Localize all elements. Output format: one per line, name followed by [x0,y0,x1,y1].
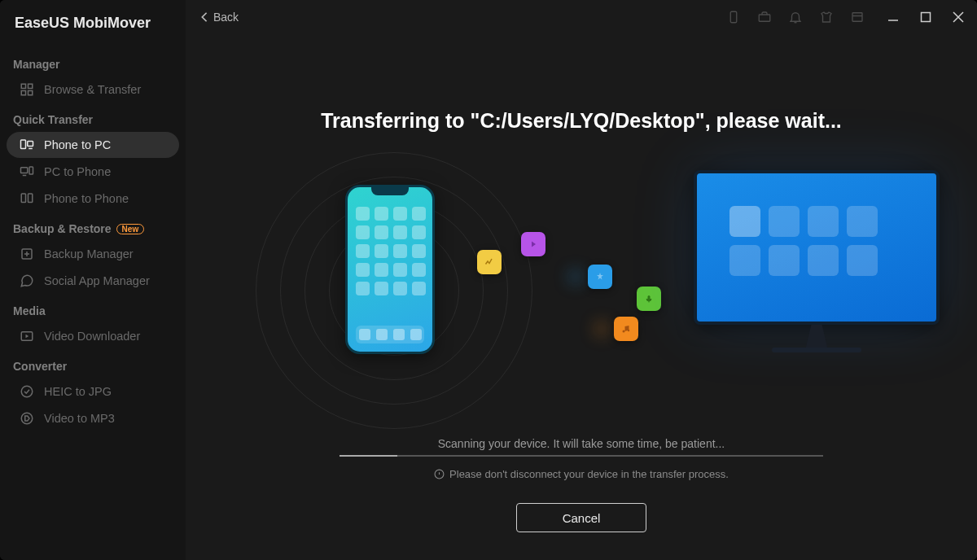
svg-rect-4 [21,140,26,149]
section-backup-restore-row: Backup & Restore New [0,212,186,240]
sidebar-item-pc-to-phone[interactable]: PC to Phone [7,159,179,185]
sidebar-item-label: Phone to Phone [44,192,129,205]
progress-bar [340,455,823,457]
svg-rect-9 [28,194,33,203]
svg-point-19 [628,330,630,332]
sidebar-item-label: Social App Manager [44,274,150,287]
transfer-icon-appstore [588,265,612,289]
warning-row: Please don't disconnect your device in t… [340,468,823,480]
sidebar-item-label: Backup Manager [44,247,134,260]
app-title: EaseUS MobiMover [0,0,186,48]
content: Transferring to "C:/Users/LYQ/Desktop", … [186,34,977,560]
svg-rect-1 [28,84,33,88]
transfer-icon-music [614,317,638,341]
titlebar-icons [726,10,865,24]
sidebar-item-label: Phone to PC [44,138,111,151]
sidebar-item-social-app-manager[interactable]: Social App Manager [7,268,179,294]
backup-icon [20,247,34,261]
transfer-icon-mic [637,287,661,311]
new-badge: New [116,224,145,234]
sidebar-item-phone-to-pc[interactable]: Phone to PC [7,132,179,158]
titlebar: Back [186,0,977,34]
section-manager: Manager [0,48,186,76]
close-button[interactable] [949,8,967,26]
sidebar-item-label: HEIC to JPG [44,385,112,398]
device-icon[interactable] [726,10,741,24]
sidebar-item-video-to-mp3[interactable]: Video to MP3 [7,405,179,431]
phone-to-phone-icon [20,191,34,206]
grid-icon [20,82,34,97]
chat-icon [20,273,34,288]
audio-convert-icon [20,411,34,426]
back-button[interactable]: Back [200,11,239,24]
svg-rect-3 [28,91,33,95]
scan-status-text: Scanning your device. It will take some … [340,437,823,450]
image-convert-icon [20,384,34,399]
sidebar-item-phone-to-phone[interactable]: Phone to Phone [7,186,179,212]
main-panel: Back Transferring to "C:/Users/LYQ/Deskt… [186,0,977,560]
transfer-illustration [296,160,866,388]
svg-rect-15 [759,15,770,21]
warning-text: Please don't disconnect your device in t… [449,468,729,480]
sidebar-item-video-downloader[interactable]: Video Downloader [7,323,179,349]
svg-point-13 [21,413,33,424]
svg-rect-6 [21,168,28,173]
info-icon [434,469,445,479]
transfer-icon-play [521,232,545,256]
toolbox-icon[interactable] [757,10,772,24]
svg-rect-7 [29,167,33,174]
shirt-icon[interactable] [819,10,834,24]
menu-icon[interactable] [850,10,865,24]
svg-rect-16 [852,13,862,22]
sidebar-item-label: Browse & Transfer [44,83,141,96]
transfer-heading: Transferring to "C:/Users/LYQ/Desktop", … [321,109,842,133]
sidebar: EaseUS MobiMover Manager Browse & Transf… [0,0,186,560]
cancel-button[interactable]: Cancel [516,503,646,532]
chevron-left-icon [200,11,208,23]
sidebar-item-backup-manager[interactable]: Backup Manager [7,241,179,267]
sidebar-item-heic-to-jpg[interactable]: HEIC to JPG [7,378,179,405]
pc-to-phone-icon [20,164,34,179]
svg-rect-17 [922,13,931,22]
section-converter: Converter [0,350,186,378]
video-download-icon [20,329,34,343]
sidebar-item-browse-transfer[interactable]: Browse & Transfer [7,77,179,103]
monitor-illustration [694,170,940,352]
section-media: Media [0,295,186,322]
transfer-icon-chart [477,250,502,274]
app-window: EaseUS MobiMover Manager Browse & Transf… [0,0,977,560]
bell-icon[interactable] [788,10,803,24]
sidebar-item-label: Video to MP3 [44,412,115,425]
sidebar-item-label: Video Downloader [44,330,140,343]
maximize-button[interactable] [917,8,935,26]
phone-to-pc-icon [20,138,34,152]
svg-rect-8 [21,194,25,203]
window-controls [884,8,967,26]
phone-illustration [345,185,435,354]
svg-rect-2 [21,91,25,95]
section-backup-restore: Backup & Restore [13,222,112,235]
minimize-button[interactable] [884,8,902,26]
progress-area: Scanning your device. It will take some … [340,437,823,480]
section-quick-transfer: Quick Transfer [0,103,186,131]
svg-rect-0 [21,84,25,88]
sidebar-item-label: PC to Phone [44,165,111,178]
svg-rect-14 [730,11,737,23]
svg-rect-5 [28,142,33,147]
back-label: Back [213,11,239,24]
svg-point-12 [21,386,33,397]
